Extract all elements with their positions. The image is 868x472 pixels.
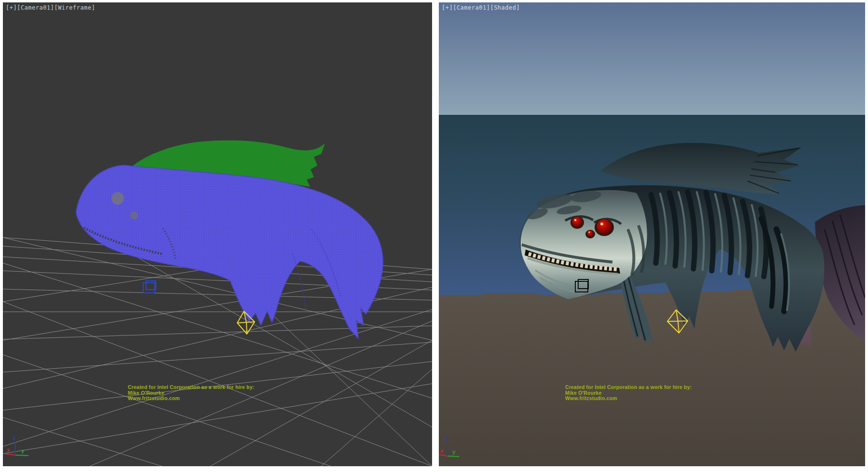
- eye-small: [587, 230, 594, 237]
- fish-model-wireframe[interactable]: [76, 140, 383, 338]
- credit-text: Created for Intel Corporation as a work …: [128, 385, 301, 402]
- viewport-wireframe[interactable]: [+][Camera01][Wireframe]: [3, 2, 432, 466]
- y-axis: [448, 456, 459, 457]
- y-axis-label: y: [452, 449, 456, 455]
- credit-text: Created for Intel Corporation as a work …: [565, 385, 739, 402]
- eye-large: [597, 219, 612, 235]
- credit-line-1: Created for Intel Corporation as a work …: [565, 385, 739, 390]
- eye-medium: [572, 217, 583, 227]
- viewport-label-shaded[interactable]: [+][Camera01][Shaded]: [442, 4, 520, 11]
- z-axis-label: z: [445, 435, 448, 442]
- dummy-cube-marker[interactable]: [143, 281, 156, 293]
- viewport-shaded[interactable]: [+][Camera01][Shaded]: [439, 2, 865, 466]
- y-axis-label: y: [21, 448, 25, 454]
- credit-line-3: Www.fritzstudio.com: [128, 396, 301, 402]
- dual-viewport-canvas: [+][Camera01][Wireframe]: [0, 0, 868, 472]
- credit-line-1: Created for Intel Corporation as a work …: [128, 385, 301, 390]
- x-axis-label: x: [440, 448, 444, 454]
- axis-tripod: x y z: [5, 435, 28, 456]
- sky: [439, 2, 865, 115]
- eye-spot: [111, 192, 124, 205]
- x-axis: [5, 454, 15, 455]
- eye-spot-small: [130, 211, 138, 219]
- viewport-label-wireframe[interactable]: [+][Camera01][Wireframe]: [6, 4, 95, 11]
- y-axis: [15, 455, 28, 456]
- credit-line-3: Www.fritzstudio.com: [565, 396, 739, 402]
- z-axis-label: z: [13, 435, 16, 441]
- fish-body-dither: [76, 166, 383, 338]
- x-axis-label: x: [7, 447, 10, 453]
